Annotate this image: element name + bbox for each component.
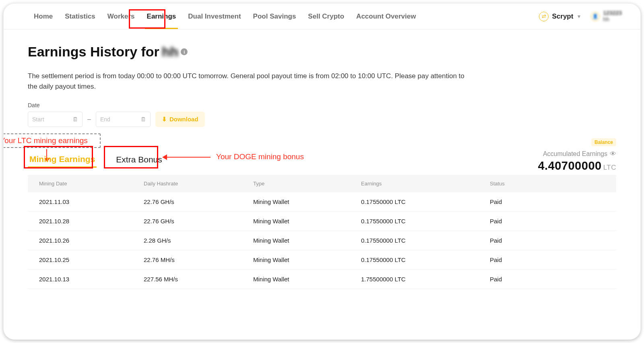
cell-type: Mining Wallet (253, 256, 361, 263)
col-mining-date: Mining Date (39, 181, 144, 187)
nav-dual-investment[interactable]: Dual Investment (182, 4, 247, 29)
tab-mining-earnings[interactable]: Mining Earnings (28, 152, 97, 168)
cell-hash: 227.56 MH/s (144, 276, 253, 283)
start-date-placeholder: Start (32, 116, 44, 123)
earnings-table: Mining Date Daily Hashrate Type Earnings… (28, 175, 616, 289)
annotation-ltc-earnings: Your LTC mining earnings (3, 133, 101, 148)
user-account-display[interactable]: 👤 123223 hh (591, 10, 622, 23)
user-sub: hh (603, 17, 622, 23)
annotation-doge-bonus: Your DOGE mining bonus (216, 152, 304, 161)
page-title: Earnings History for hh i (28, 44, 616, 60)
cell-status: Paid (490, 256, 605, 263)
col-daily-hashrate: Daily Hashrate (144, 181, 253, 187)
table-row: 2021.10.2822.76 GH/sMining Wallet0.17550… (28, 212, 616, 231)
col-type: Type (253, 181, 361, 187)
top-nav: Home Statistics Workers Earnings Dual In… (4, 4, 640, 29)
table-row: 2021.10.13227.56 MH/sMining Wallet1.7550… (28, 270, 616, 289)
page-title-account: hh (162, 44, 179, 60)
tab-extra-bonus[interactable]: Extra Bonus (114, 152, 163, 168)
table-row: 2021.10.2522.76 MH/sMining Wallet0.17550… (28, 250, 616, 270)
user-avatar-icon: 👤 (591, 12, 600, 21)
cell-date: 2021.10.25 (39, 256, 144, 263)
swap-icon: ⇄ (539, 12, 549, 21)
info-icon[interactable]: i (181, 48, 188, 55)
cell-date: 2021.11.03 (39, 198, 144, 205)
calendar-icon: 🗓 (72, 116, 78, 123)
cell-earn: 1.75500000 LTC (361, 276, 490, 283)
nav-earnings[interactable]: Earnings (141, 4, 182, 29)
balance-chip[interactable]: Balance (591, 138, 616, 146)
table-row: 2021.11.0322.76 GH/sMining Wallet0.17550… (28, 192, 616, 212)
cell-date: 2021.10.13 (39, 276, 144, 283)
date-range-separator: – (87, 116, 91, 123)
download-label: Download (169, 116, 198, 123)
cell-earn: 0.17550000 LTC (361, 198, 490, 205)
cell-type: Mining Wallet (253, 218, 361, 225)
nav-pool-savings[interactable]: Pool Savings (247, 4, 302, 29)
table-header-row: Mining Date Daily Hashrate Type Earnings… (28, 175, 616, 192)
cell-type: Mining Wallet (253, 237, 361, 244)
cell-hash: 22.76 GH/s (144, 218, 253, 225)
nav-home[interactable]: Home (28, 4, 59, 29)
nav-statistics[interactable]: Statistics (59, 4, 101, 29)
end-date-placeholder: End (100, 116, 110, 123)
cell-type: Mining Wallet (253, 276, 361, 283)
date-label: Date (28, 102, 616, 108)
cell-hash: 22.76 GH/s (144, 198, 253, 205)
accumulated-earnings-label: Accumulated Earnings 👁 (538, 150, 616, 158)
download-button[interactable]: ⬇ Download (155, 112, 205, 127)
cell-status: Paid (490, 218, 605, 225)
cell-hash: 22.76 MH/s (144, 256, 253, 263)
main-content: Earnings History for hh i The settlement… (4, 29, 640, 289)
page-title-prefix: Earnings History for (28, 44, 159, 60)
eye-icon[interactable]: 👁 (610, 150, 616, 158)
download-icon: ⬇ (162, 116, 167, 123)
nav-sell-crypto[interactable]: Sell Crypto (302, 4, 350, 29)
cell-type: Mining Wallet (253, 198, 361, 205)
nav-account-overview[interactable]: Account Overview (350, 4, 422, 29)
accumulated-earnings-value: 4.40700000LTC (538, 159, 616, 173)
annotation-arrow-left (166, 157, 211, 158)
algorithm-selector[interactable]: ⇄ Scrypt ▼ (539, 12, 587, 21)
end-date-input[interactable]: End 🗓 (96, 112, 151, 127)
cell-earn: 0.17550000 LTC (361, 237, 490, 244)
cell-earn: 0.17550000 LTC (361, 256, 490, 263)
cell-status: Paid (490, 276, 605, 283)
chevron-down-icon: ▼ (576, 14, 581, 19)
settlement-description: The settlement period is from today 00:0… (28, 71, 471, 92)
cell-earn: 0.17550000 LTC (361, 218, 490, 225)
col-status: Status (490, 181, 605, 187)
table-row: 2021.10.262.28 GH/sMining Wallet0.175500… (28, 231, 616, 250)
cell-hash: 2.28 GH/s (144, 237, 253, 244)
calendar-icon: 🗓 (140, 116, 146, 123)
start-date-input[interactable]: Start 🗓 (28, 112, 83, 127)
nav-workers[interactable]: Workers (101, 4, 141, 29)
cell-status: Paid (490, 198, 605, 205)
user-id: 123223 (603, 10, 622, 16)
cell-status: Paid (490, 237, 605, 244)
algorithm-label: Scrypt (552, 12, 573, 21)
cell-date: 2021.10.28 (39, 218, 144, 225)
col-earnings: Earnings (361, 181, 490, 187)
cell-date: 2021.10.26 (39, 237, 144, 244)
